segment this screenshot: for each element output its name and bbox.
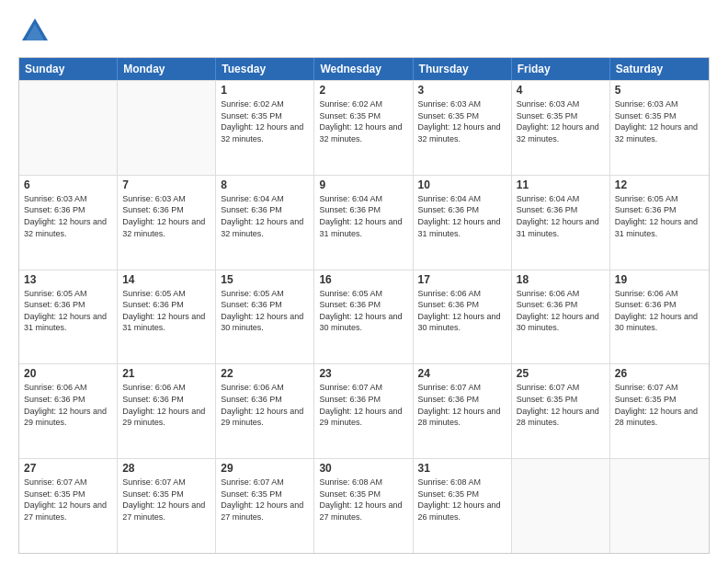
calendar-cell: 23Sunrise: 6:07 AMSunset: 6:36 PMDayligh… [314, 364, 413, 458]
cell-sun-info: Sunrise: 6:03 AMSunset: 6:36 PMDaylight:… [122, 193, 210, 239]
cell-day-number: 9 [319, 178, 407, 191]
calendar-cell: 26Sunrise: 6:07 AMSunset: 6:35 PMDayligh… [610, 364, 709, 458]
cell-day-number: 24 [418, 367, 506, 380]
cell-day-number: 16 [319, 273, 407, 286]
calendar-row: 13Sunrise: 6:05 AMSunset: 6:36 PMDayligh… [19, 270, 709, 364]
cell-sun-info: Sunrise: 6:04 AMSunset: 6:36 PMDaylight:… [517, 193, 605, 239]
calendar-cell: 25Sunrise: 6:07 AMSunset: 6:35 PMDayligh… [512, 364, 610, 458]
calendar-row: 27Sunrise: 6:07 AMSunset: 6:35 PMDayligh… [19, 458, 709, 553]
header [18, 15, 710, 48]
cell-day-number: 2 [319, 84, 407, 97]
calendar-header-cell: Tuesday [216, 58, 314, 80]
cell-day-number: 18 [517, 273, 605, 286]
cell-day-number: 14 [122, 273, 210, 286]
cell-day-number: 23 [319, 367, 407, 380]
cell-day-number: 29 [221, 462, 309, 475]
calendar-cell: 30Sunrise: 6:08 AMSunset: 6:35 PMDayligh… [314, 459, 413, 553]
calendar-cell: 28Sunrise: 6:07 AMSunset: 6:35 PMDayligh… [118, 459, 216, 553]
calendar-cell: 27Sunrise: 6:07 AMSunset: 6:35 PMDayligh… [19, 459, 118, 553]
cell-day-number: 12 [615, 178, 704, 191]
calendar-cell: 9Sunrise: 6:04 AMSunset: 6:36 PMDaylight… [314, 176, 413, 270]
calendar-cell: 13Sunrise: 6:05 AMSunset: 6:36 PMDayligh… [19, 270, 118, 364]
cell-sun-info: Sunrise: 6:08 AMSunset: 6:35 PMDaylight:… [418, 477, 506, 523]
calendar-cell: 18Sunrise: 6:06 AMSunset: 6:36 PMDayligh… [512, 270, 610, 364]
cell-day-number: 5 [615, 84, 704, 97]
calendar-header-cell: Friday [512, 58, 610, 80]
cell-sun-info: Sunrise: 6:06 AMSunset: 6:36 PMDaylight:… [221, 382, 309, 428]
calendar-cell: 14Sunrise: 6:05 AMSunset: 6:36 PMDayligh… [118, 270, 216, 364]
cell-sun-info: Sunrise: 6:07 AMSunset: 6:35 PMDaylight:… [24, 477, 112, 523]
cell-day-number: 15 [221, 273, 309, 286]
calendar-cell: 31Sunrise: 6:08 AMSunset: 6:35 PMDayligh… [414, 459, 512, 553]
cell-sun-info: Sunrise: 6:07 AMSunset: 6:36 PMDaylight:… [418, 382, 506, 428]
cell-sun-info: Sunrise: 6:04 AMSunset: 6:36 PMDaylight:… [221, 193, 309, 239]
calendar-header: SundayMondayTuesdayWednesdayThursdayFrid… [19, 58, 709, 80]
cell-sun-info: Sunrise: 6:03 AMSunset: 6:35 PMDaylight:… [418, 98, 506, 144]
cell-sun-info: Sunrise: 6:07 AMSunset: 6:36 PMDaylight:… [319, 382, 407, 428]
calendar-cell: 10Sunrise: 6:04 AMSunset: 6:36 PMDayligh… [414, 176, 512, 270]
cell-sun-info: Sunrise: 6:05 AMSunset: 6:36 PMDaylight:… [122, 288, 210, 334]
cell-day-number: 25 [517, 367, 605, 380]
cell-sun-info: Sunrise: 6:03 AMSunset: 6:35 PMDaylight:… [615, 98, 704, 144]
cell-sun-info: Sunrise: 6:05 AMSunset: 6:36 PMDaylight:… [24, 288, 112, 334]
calendar-cell: 6Sunrise: 6:03 AMSunset: 6:36 PMDaylight… [19, 176, 118, 270]
calendar-cell: 29Sunrise: 6:07 AMSunset: 6:35 PMDayligh… [216, 459, 314, 553]
calendar-cell: 21Sunrise: 6:06 AMSunset: 6:36 PMDayligh… [118, 364, 216, 458]
calendar-cell: 2Sunrise: 6:02 AMSunset: 6:35 PMDaylight… [314, 81, 413, 175]
cell-day-number: 19 [615, 273, 704, 286]
page: SundayMondayTuesdayWednesdayThursdayFrid… [0, 0, 728, 563]
cell-sun-info: Sunrise: 6:02 AMSunset: 6:35 PMDaylight:… [319, 98, 407, 144]
cell-day-number: 10 [418, 178, 506, 191]
cell-sun-info: Sunrise: 6:03 AMSunset: 6:36 PMDaylight:… [24, 193, 112, 239]
cell-sun-info: Sunrise: 6:06 AMSunset: 6:36 PMDaylight:… [615, 288, 704, 334]
calendar-cell: 11Sunrise: 6:04 AMSunset: 6:36 PMDayligh… [512, 176, 610, 270]
calendar-cell: 19Sunrise: 6:06 AMSunset: 6:36 PMDayligh… [610, 270, 709, 364]
calendar-cell: 12Sunrise: 6:05 AMSunset: 6:36 PMDayligh… [610, 176, 709, 270]
cell-sun-info: Sunrise: 6:06 AMSunset: 6:36 PMDaylight:… [122, 382, 210, 428]
calendar-header-cell: Monday [118, 58, 216, 80]
cell-day-number: 4 [517, 84, 605, 97]
cell-sun-info: Sunrise: 6:02 AMSunset: 6:35 PMDaylight:… [221, 98, 309, 144]
calendar-cell [19, 81, 118, 175]
cell-sun-info: Sunrise: 6:07 AMSunset: 6:35 PMDaylight:… [615, 382, 704, 428]
calendar-header-cell: Sunday [19, 58, 118, 80]
cell-day-number: 8 [221, 178, 309, 191]
cell-sun-info: Sunrise: 6:05 AMSunset: 6:36 PMDaylight:… [221, 288, 309, 334]
calendar-cell [610, 459, 709, 553]
calendar-cell: 4Sunrise: 6:03 AMSunset: 6:35 PMDaylight… [512, 81, 610, 175]
calendar-cell: 1Sunrise: 6:02 AMSunset: 6:35 PMDaylight… [216, 81, 314, 175]
calendar-cell: 3Sunrise: 6:03 AMSunset: 6:35 PMDaylight… [414, 81, 512, 175]
cell-sun-info: Sunrise: 6:08 AMSunset: 6:35 PMDaylight:… [319, 477, 407, 523]
cell-day-number: 31 [418, 462, 506, 475]
cell-day-number: 13 [24, 273, 112, 286]
cell-day-number: 6 [24, 178, 112, 191]
calendar-cell: 20Sunrise: 6:06 AMSunset: 6:36 PMDayligh… [19, 364, 118, 458]
calendar-cell: 24Sunrise: 6:07 AMSunset: 6:36 PMDayligh… [414, 364, 512, 458]
cell-day-number: 17 [418, 273, 506, 286]
cell-sun-info: Sunrise: 6:07 AMSunset: 6:35 PMDaylight:… [122, 477, 210, 523]
calendar-row: 6Sunrise: 6:03 AMSunset: 6:36 PMDaylight… [19, 175, 709, 270]
cell-day-number: 1 [221, 84, 309, 97]
cell-sun-info: Sunrise: 6:07 AMSunset: 6:35 PMDaylight:… [517, 382, 605, 428]
cell-day-number: 21 [122, 367, 210, 380]
cell-day-number: 30 [319, 462, 407, 475]
cell-day-number: 27 [24, 462, 112, 475]
logo-icon [18, 15, 51, 48]
calendar-cell: 15Sunrise: 6:05 AMSunset: 6:36 PMDayligh… [216, 270, 314, 364]
calendar-cell: 16Sunrise: 6:05 AMSunset: 6:36 PMDayligh… [314, 270, 413, 364]
cell-sun-info: Sunrise: 6:06 AMSunset: 6:36 PMDaylight:… [418, 288, 506, 334]
cell-sun-info: Sunrise: 6:05 AMSunset: 6:36 PMDaylight:… [615, 193, 704, 239]
calendar-header-cell: Saturday [610, 58, 709, 80]
cell-day-number: 28 [122, 462, 210, 475]
cell-sun-info: Sunrise: 6:04 AMSunset: 6:36 PMDaylight:… [418, 193, 506, 239]
cell-day-number: 22 [221, 367, 309, 380]
calendar-cell: 5Sunrise: 6:03 AMSunset: 6:35 PMDaylight… [610, 81, 709, 175]
calendar-row: 20Sunrise: 6:06 AMSunset: 6:36 PMDayligh… [19, 363, 709, 458]
calendar-cell [512, 459, 610, 553]
calendar-cell: 17Sunrise: 6:06 AMSunset: 6:36 PMDayligh… [414, 270, 512, 364]
cell-day-number: 11 [517, 178, 605, 191]
calendar-row: 1Sunrise: 6:02 AMSunset: 6:35 PMDaylight… [19, 80, 709, 175]
calendar-header-cell: Thursday [414, 58, 512, 80]
cell-sun-info: Sunrise: 6:06 AMSunset: 6:36 PMDaylight:… [24, 382, 112, 428]
calendar-cell: 7Sunrise: 6:03 AMSunset: 6:36 PMDaylight… [118, 176, 216, 270]
